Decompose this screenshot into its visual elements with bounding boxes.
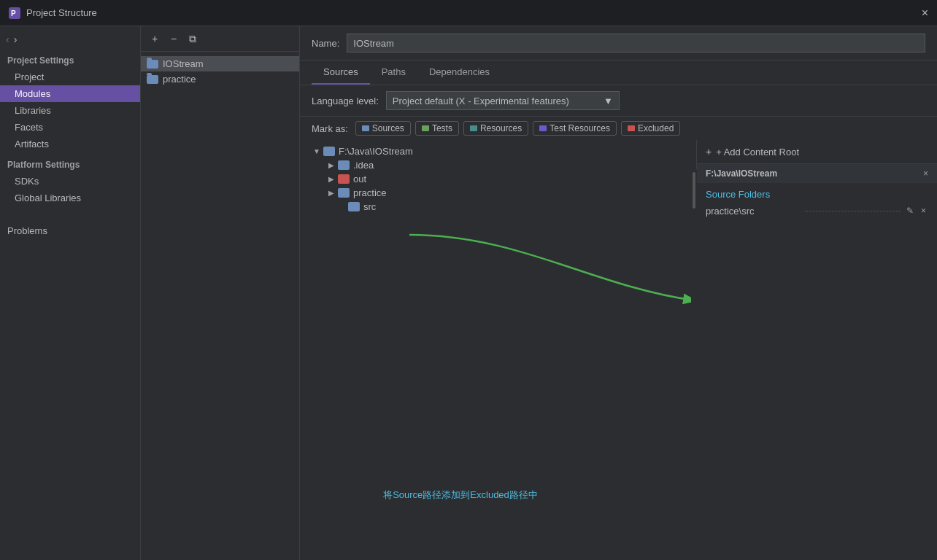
tabs-bar: Sources Paths Dependencies	[300, 61, 937, 85]
language-level-select[interactable]: Project default (X - Experimental featur…	[386, 91, 620, 110]
language-level-label: Language level:	[312, 96, 379, 106]
module-icon	[147, 75, 158, 84]
close-button[interactable]: ×	[922, 7, 928, 20]
content-root-path: F:\Java\IOStream	[706, 168, 777, 179]
scroll-thumb	[693, 172, 695, 209]
chevron-down-icon: ▼	[312, 147, 322, 157]
svg-text:P: P	[11, 9, 16, 18]
right-panel-header: + + Add Content Root	[697, 140, 937, 164]
source-folder-actions: ✎ ×	[904, 205, 928, 217]
tab-dependencies[interactable]: Dependencies	[417, 61, 501, 85]
sidebar-item-libraries[interactable]: Libraries	[0, 102, 140, 119]
platform-settings-label: Platform Settings	[0, 152, 140, 173]
module-icon	[147, 60, 158, 69]
resources-icon	[470, 125, 477, 131]
dotted-separator	[805, 211, 901, 211]
src-folder-icon	[348, 202, 360, 211]
mark-excluded-button[interactable]: Excluded	[621, 121, 680, 136]
chevron-right-icon: ▶	[326, 188, 336, 198]
out-folder-icon	[338, 174, 350, 184]
sidebar-item-modules[interactable]: Modules	[0, 85, 140, 102]
sidebar-item-problems[interactable]: Problems	[0, 221, 140, 241]
add-module-button[interactable]: +	[147, 31, 163, 47]
module-tree-panel: + − ⧉ IOStream practice	[141, 26, 300, 560]
mark-resources-button[interactable]: Resources	[463, 121, 528, 136]
mark-as-bar: Mark as: Sources Tests Resources Test Re…	[300, 117, 937, 140]
app-icon: P	[9, 7, 20, 19]
content-area: Name: Sources Paths Dependencies Languag…	[300, 26, 937, 560]
tab-sources[interactable]: Sources	[312, 61, 370, 85]
name-bar: Name:	[300, 26, 937, 61]
content-root-header: F:\Java\IOStream ×	[697, 164, 937, 183]
excluded-icon	[628, 125, 635, 131]
sidebar-item-project[interactable]: Project	[0, 69, 140, 85]
add-content-root-button[interactable]: + + Add Content Root	[706, 146, 799, 158]
name-label: Name:	[312, 38, 339, 49]
sidebar-item-global-libraries[interactable]: Global Libraries	[0, 190, 140, 206]
language-bar: Language level: Project default (X - Exp…	[300, 85, 937, 117]
forward-arrow[interactable]: ›	[14, 34, 18, 45]
mark-test-resources-button[interactable]: Test Resources	[533, 121, 617, 136]
copy-module-button[interactable]: ⧉	[185, 31, 201, 47]
tab-paths[interactable]: Paths	[370, 61, 417, 85]
module-iostream[interactable]: IOStream	[141, 56, 299, 71]
practice-folder-icon	[338, 188, 350, 198]
mark-as-label: Mark as:	[312, 123, 348, 134]
title-bar-text: Project Structure	[26, 7, 97, 18]
name-input[interactable]	[347, 34, 925, 52]
nav-arrows: ‹ ›	[0, 34, 140, 51]
sidebar-item-facets[interactable]: Facets	[0, 119, 140, 136]
title-bar: P Project Structure ×	[0, 0, 937, 26]
idea-folder-icon	[338, 160, 350, 170]
sidebar-item-artifacts[interactable]: Artifacts	[0, 136, 140, 152]
module-practice[interactable]: practice	[141, 71, 299, 87]
mark-sources-button[interactable]: Sources	[355, 121, 411, 136]
source-folder-path: practice\src	[706, 206, 802, 217]
back-arrow[interactable]: ‹	[6, 34, 9, 45]
right-panel: + + Add Content Root F:\Java\IOStream × …	[696, 140, 937, 560]
test-resources-icon	[539, 125, 547, 131]
root-folder-icon	[323, 147, 335, 156]
dropdown-icon: ▼	[604, 96, 613, 106]
remove-module-button[interactable]: −	[166, 31, 182, 47]
edit-source-folder-button[interactable]: ✎	[904, 205, 916, 217]
sources-icon	[362, 125, 369, 131]
source-folders-label: Source Folders	[697, 183, 937, 203]
source-folder-item: practice\src ✎ ×	[697, 203, 937, 219]
tree-toolbar: + − ⧉	[141, 26, 299, 52]
tests-icon	[422, 125, 429, 131]
plus-icon: +	[706, 146, 712, 158]
mark-tests-button[interactable]: Tests	[415, 121, 459, 136]
content-wrapper: ▼ F:\Java\IOStream ▶ .idea ▶ out	[300, 140, 937, 560]
sidebar-item-sdks[interactable]: SDKs	[0, 173, 140, 190]
project-settings-label: Project Settings	[0, 51, 140, 69]
chinese-annotation: 将Source路径添加到Excluded路径中	[383, 489, 538, 502]
sidebar: ‹ › Project Settings Project Modules Lib…	[0, 26, 141, 560]
close-content-root-button[interactable]: ×	[923, 168, 928, 179]
chevron-right-icon: ▶	[326, 174, 336, 184]
chevron-right-icon: ▶	[326, 160, 336, 171]
delete-source-folder-button[interactable]: ×	[919, 205, 928, 217]
module-list: IOStream practice	[141, 52, 299, 91]
scroll-strip	[691, 169, 697, 560]
